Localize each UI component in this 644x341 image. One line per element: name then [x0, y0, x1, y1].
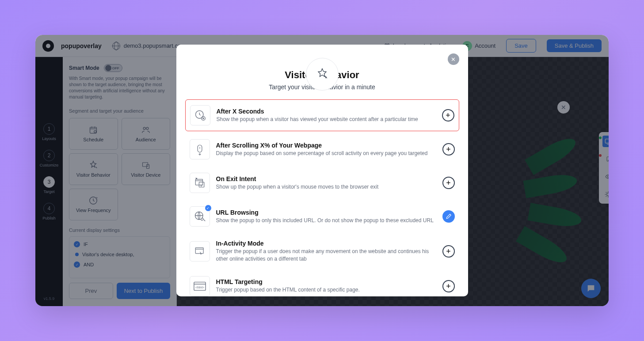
- scroll-icon: [190, 139, 210, 159]
- modal-header-icon: [306, 58, 339, 91]
- option-html-targeting[interactable]: <html> HTML TargetingTrigger popup based…: [185, 271, 459, 296]
- exit-intent-icon: [190, 173, 210, 193]
- clock-icon: [190, 105, 210, 125]
- option-text: In-Activity ModeTrigger the popup if a u…: [216, 240, 436, 263]
- checked-badge: ✓: [205, 205, 211, 211]
- svg-text:<html>: <html>: [195, 285, 204, 288]
- html-icon: <html>: [190, 276, 210, 296]
- option-inactivity[interactable]: In-Activity ModeTrigger the popup if a u…: [185, 235, 459, 268]
- svg-rect-20: [195, 248, 203, 254]
- svg-rect-18: [199, 182, 204, 187]
- option-after-scroll[interactable]: After Scrolling X% of Your WebpageDispla…: [185, 134, 459, 165]
- modal-close-button[interactable]: ✕: [448, 53, 459, 65]
- add-button[interactable]: +: [442, 280, 455, 292]
- add-button[interactable]: +: [442, 177, 455, 189]
- star-cursor-icon: [314, 66, 330, 82]
- url-icon: ✓: [190, 206, 210, 227]
- add-button[interactable]: +: [442, 109, 454, 121]
- edit-button[interactable]: [442, 210, 455, 223]
- pencil-icon: [446, 213, 452, 220]
- add-button[interactable]: +: [442, 143, 455, 155]
- option-after-seconds[interactable]: After X SecondsShow the popup when a vis…: [185, 99, 459, 131]
- option-text: URL BrowsingShow the popup to only this …: [216, 209, 436, 224]
- inactivity-icon: [190, 241, 210, 261]
- app-window: popupoverlay demo3.popupsmart.com Leads …: [35, 35, 609, 306]
- option-text: On Exit IntentShow up the popup when a v…: [216, 175, 436, 191]
- option-exit-intent[interactable]: On Exit IntentShow up the popup when a v…: [185, 167, 459, 198]
- option-text: HTML TargetingTrigger popup based on the…: [216, 278, 436, 294]
- option-url-browsing[interactable]: ✓ URL BrowsingShow the popup to only thi…: [185, 201, 459, 232]
- add-button[interactable]: +: [442, 245, 455, 258]
- option-text: After Scrolling X% of Your WebpageDispla…: [216, 142, 436, 157]
- option-text: After X SecondsShow the popup when a vis…: [217, 108, 436, 123]
